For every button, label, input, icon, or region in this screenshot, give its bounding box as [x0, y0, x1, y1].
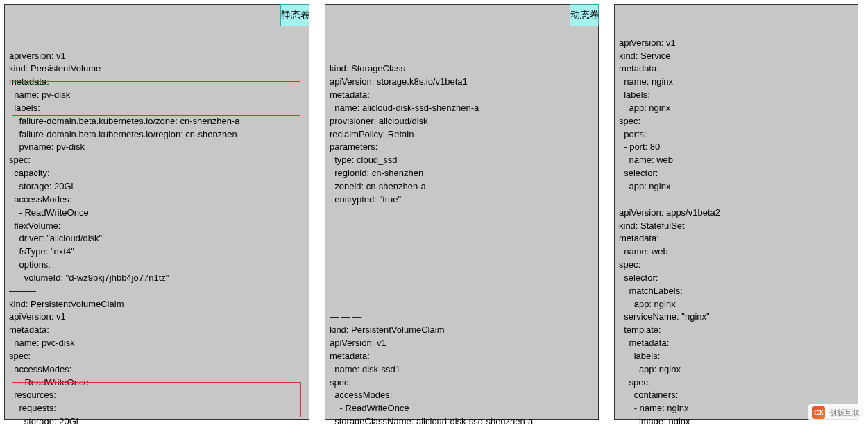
panel-dynamic-volume: 动态卷 kind: StorageClass apiVersion: stora… [325, 4, 599, 420]
badge-dynamic-volume: 动态卷 [570, 4, 599, 26]
watermark-text: 创新互联 [829, 408, 860, 418]
yaml-body-2: kind: StorageClass apiVersion: storage.k… [330, 50, 594, 424]
highlight-selector-block [12, 382, 301, 417]
panel-service-statefulset: apiVersion: v1 kind: Service metadata: n… [614, 4, 858, 420]
panels-row: 静态卷 apiVersion: v1 kind: PersistentVolum… [4, 4, 864, 420]
watermark-icon: CX [812, 406, 825, 419]
yaml-body-3: apiVersion: v1 kind: Service metadata: n… [619, 37, 853, 424]
badge-static-volume: 静态卷 [280, 4, 309, 26]
highlight-labels-block [12, 81, 300, 116]
watermark: CX 创新互联 [808, 404, 864, 421]
panel-static-volume: 静态卷 apiVersion: v1 kind: PersistentVolum… [4, 4, 309, 420]
